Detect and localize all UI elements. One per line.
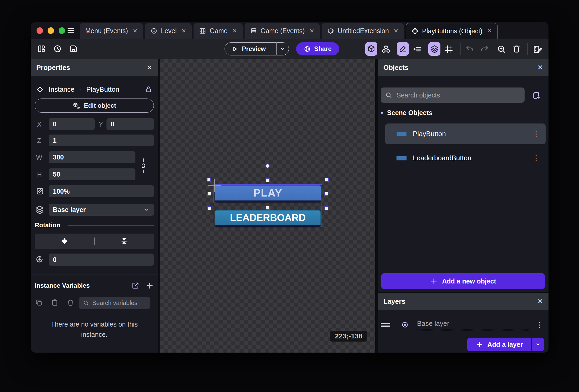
divider — [68, 225, 154, 226]
tab-level[interactable]: Level ✕ — [145, 23, 192, 39]
preview-dropdown-button[interactable] — [277, 46, 289, 52]
scene-canvas[interactable]: PLAY LEADERBOARD 223;-138 — [160, 59, 375, 353]
instances-list-icon[interactable] — [413, 44, 422, 54]
divider — [31, 275, 158, 275]
edit-scene-properties-icon[interactable] — [532, 44, 543, 54]
maximize-window-button[interactable] — [59, 27, 65, 34]
resize-handle-bottom-left[interactable] — [207, 206, 211, 210]
add-new-object-button[interactable]: Add a new object — [381, 273, 545, 289]
height-field[interactable] — [49, 168, 135, 180]
close-icon[interactable]: ✕ — [133, 28, 138, 34]
close-icon[interactable]: ✕ — [537, 64, 543, 72]
tab-game[interactable]: Game ✕ — [194, 23, 243, 39]
w-label: W — [36, 154, 42, 161]
panels-layout-icon[interactable] — [37, 44, 46, 53]
leaderboard-button-instance[interactable]: LEADERBOARD — [215, 210, 321, 227]
close-icon[interactable]: ✕ — [232, 28, 237, 34]
objects-panel-icon[interactable] — [381, 44, 391, 54]
x-label: X — [37, 121, 42, 128]
panel-title: Layers — [383, 297, 405, 306]
flip-vertical-button[interactable] — [95, 237, 154, 245]
add-layer-button[interactable]: Add a layer — [467, 338, 531, 351]
object-row-playbutton[interactable]: PlayButton ⋮ — [385, 123, 546, 144]
resize-handle-top-right[interactable] — [325, 178, 329, 182]
kebab-menu-icon[interactable]: ⋮ — [532, 130, 540, 138]
puzzle-icon — [327, 27, 334, 34]
close-icon[interactable]: ✕ — [309, 28, 314, 34]
kebab-menu-icon[interactable]: ⋮ — [536, 321, 543, 329]
resize-handle-bottom-center[interactable] — [266, 206, 270, 210]
tab-label: Game — [210, 27, 227, 35]
toggle-3d-view-button[interactable] — [365, 42, 377, 56]
add-layer-dropdown-button[interactable] — [532, 338, 544, 351]
add-variable-icon[interactable] — [145, 281, 154, 290]
close-icon[interactable]: ✕ — [181, 28, 186, 34]
plus-icon — [476, 341, 483, 348]
edit-mode-button[interactable] — [397, 42, 409, 56]
resize-handle-middle-right[interactable] — [324, 192, 328, 196]
paste-variable-icon[interactable] — [51, 299, 59, 307]
link-width-height-icon[interactable] — [139, 151, 148, 180]
cursor-coordinates-text: 223;-138 — [335, 332, 362, 340]
tab-game-events[interactable]: Game (Events) ✕ — [245, 23, 320, 39]
delete-variable-icon[interactable] — [67, 299, 74, 307]
z-field[interactable] — [49, 135, 154, 146]
close-icon[interactable]: ✕ — [146, 64, 152, 72]
layer-visibility-radio-icon[interactable] — [401, 321, 409, 328]
x-field[interactable] — [49, 118, 95, 130]
lock-open-icon[interactable] — [145, 85, 153, 93]
main-menu-icon[interactable] — [66, 27, 76, 34]
leaderboard-button-text: LEADERBOARD — [230, 212, 306, 223]
drag-handle-icon[interactable] — [381, 323, 390, 327]
layer-name-field[interactable]: Base layer — [417, 319, 529, 330]
share-button[interactable]: Share — [296, 42, 339, 55]
undo-icon[interactable] — [465, 44, 474, 54]
edit-object-button[interactable]: Edit object — [35, 99, 154, 113]
layer-select[interactable]: Base layer — [49, 204, 154, 216]
copy-variable-icon[interactable] — [35, 299, 43, 307]
add-objects-folder-icon[interactable] — [531, 91, 541, 100]
history-icon[interactable] — [53, 44, 62, 53]
scene-objects-group-header[interactable]: ▾ Scene Objects — [380, 109, 432, 117]
h-label: H — [37, 171, 42, 178]
tab-playbuttons-object[interactable]: PlayButtons (Object) ✕ — [406, 23, 498, 39]
search-variables-input[interactable] — [92, 300, 150, 307]
flip-horizontal-button[interactable] — [35, 237, 94, 245]
delete-icon[interactable] — [512, 44, 521, 54]
grid-icon[interactable] — [444, 44, 454, 54]
width-field[interactable] — [49, 151, 135, 163]
close-icon[interactable]: ✕ — [537, 297, 543, 306]
resize-handle-top-center[interactable] — [266, 178, 270, 182]
redo-icon[interactable] — [480, 44, 489, 54]
tab-untitled-extension[interactable]: UntitledExtension ✕ — [322, 23, 404, 39]
close-window-button[interactable] — [37, 27, 43, 34]
flip-toolbar — [35, 234, 154, 249]
search-objects-input[interactable] — [397, 91, 525, 99]
zoom-icon[interactable] — [497, 44, 506, 54]
resize-handle-top-left[interactable] — [207, 178, 211, 182]
resize-handle-bottom-right[interactable] — [324, 206, 328, 210]
layers-panel-button[interactable] — [428, 42, 440, 56]
rotation-handle[interactable] — [265, 164, 270, 168]
tab-menu-events[interactable]: Menu (Events) ✕ — [80, 23, 143, 39]
opacity-icon — [35, 187, 44, 196]
y-label: Y — [99, 121, 103, 128]
kebab-menu-icon[interactable]: ⋮ — [532, 154, 540, 162]
close-icon[interactable]: ✕ — [487, 28, 492, 34]
minimize-window-button[interactable] — [48, 27, 54, 34]
scene-objects-label: Scene Objects — [387, 109, 432, 117]
open-variables-editor-icon[interactable] — [131, 281, 140, 290]
add-layer-label: Add a layer — [487, 341, 523, 348]
gdevelop-window: Menu (Events) ✕ Level ✕ Game ✕ Game (Eve… — [31, 22, 548, 353]
save-icon[interactable] — [69, 44, 78, 53]
opacity-field[interactable] — [49, 185, 154, 197]
object-row-leaderboardbutton[interactable]: LeaderboardButton ⋮ — [385, 148, 546, 168]
layers-panel: Layers ✕ Base layer ⋮ Add a layer — [378, 293, 548, 353]
close-icon[interactable]: ✕ — [394, 28, 398, 34]
rotation-field[interactable] — [49, 254, 154, 266]
desktop-background: Menu (Events) ✕ Level ✕ Game ✕ Game (Eve… — [0, 0, 579, 392]
preview-button[interactable]: Preview — [225, 42, 289, 55]
resize-handle-middle-left[interactable] — [207, 192, 211, 196]
search-variables-box — [79, 297, 150, 309]
y-field[interactable] — [106, 118, 154, 130]
